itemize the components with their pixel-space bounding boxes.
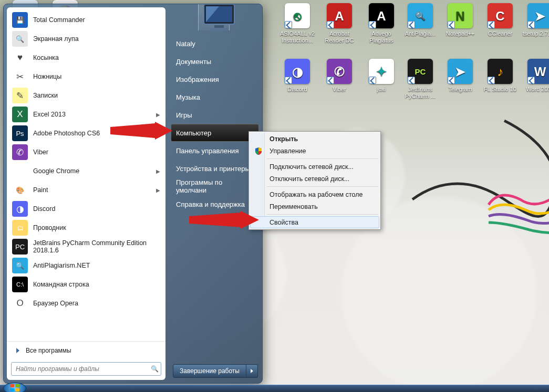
right-panel-item--[interactable]: Документы: [171, 52, 259, 70]
desktop-icon-acrobat-reader-dc[interactable]: AAcrobat Reader DC: [319, 3, 359, 44]
desktop-icon-label: Acrobat Reader DC: [319, 30, 359, 44]
desktop-icon-label: ASIO4ALL v2 Instruction...: [277, 30, 317, 44]
search-box[interactable]: 🔍: [11, 362, 161, 376]
desktop-icon-ccleaner[interactable]: CCCleaner: [480, 3, 520, 37]
right-panel-item--[interactable]: Изображения: [171, 70, 259, 88]
shortcut-overlay-icon: [448, 21, 455, 28]
desktop-icon-label: Advego Plagiatus: [361, 30, 401, 44]
program-icon: 🗂: [12, 220, 28, 236]
context-menu-item--[interactable]: Отображать на рабочем столе: [250, 188, 379, 200]
right-panel-item--[interactable]: Программы по умолчани: [171, 177, 259, 195]
right-panel-item-nataly[interactable]: Nataly: [171, 35, 259, 52]
taskbar[interactable]: [0, 385, 549, 392]
right-panel-item--[interactable]: Игры: [171, 106, 259, 124]
desktop-icon-joxi[interactable]: ✦joxi: [361, 59, 401, 93]
program-icon: ✂: [12, 69, 28, 84]
desktop-icon-word-2013[interactable]: WWord 2013: [520, 59, 549, 93]
shortcut-overlay-icon: [327, 21, 334, 28]
program-label: JetBrains PyCharm Community Edition 2018…: [33, 239, 160, 254]
program-label: Total Commander: [33, 16, 160, 24]
context-menu-item--[interactable]: Свойства: [250, 216, 379, 228]
search-input[interactable]: [12, 365, 148, 373]
program-item-paint[interactable]: 🎨Paint▶: [9, 181, 163, 199]
right-panel-item--[interactable]: Справка и поддержка: [171, 195, 259, 213]
program-item--[interactable]: ✂Ножницы: [9, 67, 163, 86]
shutdown-label: Завершение работы: [180, 367, 240, 375]
context-menu-item--[interactable]: Управление: [250, 145, 379, 157]
context-menu-item--[interactable]: Подключить сетевой диск...: [250, 161, 379, 173]
program-label: Командная строка: [33, 281, 160, 288]
context-menu-label: Открыть: [270, 135, 298, 143]
windows-logo-icon: [10, 384, 20, 392]
program-item--[interactable]: 🗂Проводник: [9, 218, 163, 237]
program-label: Экранная лупа: [33, 35, 160, 43]
program-item--[interactable]: ♥Косынка: [9, 48, 163, 67]
program-item--opera[interactable]: OБраузер Opera: [9, 294, 163, 313]
desktop-icon-fl-studio-10[interactable]: ♪FL Studio 10: [480, 59, 520, 93]
context-menu-item--[interactable]: Переименовать: [250, 200, 379, 213]
program-icon: Ps: [12, 125, 28, 141]
program-item-total-commander[interactable]: 💾Total Commander: [9, 10, 163, 29]
desktop-stage: 🗑 ⎋ASIO4ALL v2 Instruction...AAcrobat Re…: [0, 0, 549, 392]
program-item--[interactable]: C:\Командная строка: [9, 275, 163, 294]
program-item-viber[interactable]: ✆Viber: [9, 143, 163, 162]
context-menu-item--[interactable]: Отключить сетевой диск...: [250, 173, 379, 185]
start-menu: 💾Total Commander🔍Экранная лупа♥Косынка✂Н…: [3, 4, 263, 384]
program-icon: PC: [12, 239, 28, 255]
program-label: Viber: [33, 149, 160, 156]
program-label: Discord: [33, 205, 160, 213]
shortcut-overlay-icon: [488, 77, 495, 84]
context-menu-separator: [267, 186, 378, 187]
shortcut-overlay-icon: [369, 21, 376, 28]
desktop-icon-antiplagia-[interactable]: 🔍AntiPlagia...: [400, 3, 440, 37]
start-menu-left-panel: 💾Total Commander🔍Экранная лупа♥Косынка✂Н…: [7, 7, 165, 380]
right-panel-item--[interactable]: Компьютер▶: [171, 124, 259, 142]
shutdown-button[interactable]: Завершение работы: [173, 364, 246, 378]
right-panel-item--[interactable]: Панель управления: [171, 142, 259, 160]
context-menu-label: Отключить сетевой диск...: [270, 175, 349, 183]
desktop-icon-asio4all-v2-instruction-[interactable]: ⎋ASIO4ALL v2 Instruction...: [277, 3, 317, 44]
desktop-icon-label: Viber: [319, 86, 359, 93]
program-icon: 🎨: [12, 182, 28, 198]
context-menu-separator: [267, 214, 378, 215]
desktop-icon-jetbrains-pycharm-[interactable]: PCJetBrains PyCharm ...: [400, 59, 440, 100]
shortcut-overlay-icon: [527, 77, 535, 84]
context-menu-label: Управление: [270, 147, 306, 155]
program-item-jetbrains-pycharm-community-edition-2018-1-6[interactable]: PCJetBrains PyCharm Community Edition 20…: [9, 237, 163, 256]
right-panel-item--[interactable]: Устройства и принтеры: [171, 160, 259, 177]
right-panel-label: Изображения: [176, 76, 219, 83]
program-item-antiplagiarism-net[interactable]: 🔍AntiPlagiarism.NET: [9, 256, 163, 275]
right-panel-label: Музыка: [176, 93, 200, 101]
program-icon: ◑: [12, 201, 28, 217]
right-panel-label: Компьютер: [176, 129, 211, 137]
desktop-icon-telegram[interactable]: ➤Telegram: [440, 59, 480, 93]
right-panel-label: Документы: [176, 58, 211, 66]
desktop-icon-notepad-[interactable]: NNotepad++: [440, 3, 480, 37]
desktop-icon-advego-plagiatus[interactable]: AAdvego Plagiatus: [361, 3, 401, 44]
context-menu-item--[interactable]: Открыть: [250, 133, 379, 145]
chevron-right-icon: ▶: [156, 168, 160, 174]
svg-rect-8: [214, 25, 224, 28]
program-icon: ✆: [12, 144, 28, 160]
desktop-icon-label: tsetup.2.7.4...: [520, 30, 549, 37]
program-item--[interactable]: ✎Записки: [9, 86, 163, 105]
program-label: Косынка: [33, 54, 160, 61]
desktop-icon-tsetup-2-7-4-[interactable]: ➤tsetup.2.7.4...: [520, 3, 549, 37]
start-button[interactable]: [3, 383, 26, 392]
desktop-icon-discord[interactable]: ◑Discord: [277, 59, 317, 93]
program-item-excel-2013[interactable]: XExcel 2013▶: [9, 105, 163, 124]
desktop-icon-viber[interactable]: ✆Viber: [319, 59, 359, 93]
program-item-discord[interactable]: ◑Discord: [9, 199, 163, 218]
right-panel-label: Справка и поддержка: [176, 200, 245, 208]
right-panel-item--[interactable]: Музыка: [171, 88, 259, 106]
program-icon: O: [12, 295, 28, 311]
shutdown-options-button[interactable]: [246, 364, 258, 378]
program-item-google-chrome[interactable]: ◉Google Chrome▶: [9, 162, 163, 181]
all-programs-button[interactable]: Все программы: [7, 341, 165, 359]
program-item-adobe-photoshop-cs6[interactable]: PsAdobe Photoshop CS6▶: [9, 124, 163, 143]
right-panel-label: Nataly: [176, 40, 195, 48]
program-item--[interactable]: 🔍Экранная лупа: [9, 29, 163, 48]
shortcut-overlay-icon: [408, 21, 415, 28]
context-menu-separator: [267, 158, 378, 159]
chevron-right-icon: [251, 369, 253, 373]
